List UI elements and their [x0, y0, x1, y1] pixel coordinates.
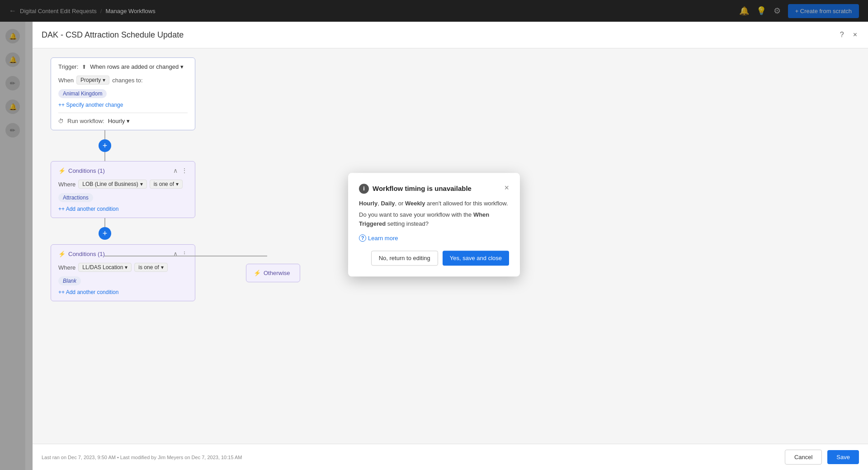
alert-triggered-text: Triggered — [359, 220, 386, 227]
trigger-value-button[interactable]: When rows are added or changed ▾ — [90, 63, 184, 70]
alert-title: Workflow timing is unavailable — [373, 185, 472, 192]
alert-info-icon: i — [359, 184, 369, 194]
connector-2 — [104, 152, 105, 161]
workflow-close-button[interactable]: × — [851, 29, 859, 41]
hourly-button[interactable]: Hourly ▾ — [108, 118, 130, 124]
ll-das-button[interactable]: LL/DAS Location ▾ — [78, 263, 132, 272]
learn-more-label: Learn more — [368, 235, 398, 242]
connector-3 — [104, 218, 105, 227]
clock-icon: ⏱ — [58, 118, 64, 124]
property-dropdown-icon: ▾ — [103, 77, 105, 83]
footer-last-modified-text: Last ran on Dec 7, 2023, 9:50 AM • Last … — [42, 455, 242, 460]
alert-sep2: , or — [395, 200, 405, 207]
workflow-modal-footer: Last ran on Dec 7, 2023, 9:50 AM • Last … — [33, 444, 868, 470]
property-button[interactable]: Property ▾ — [76, 76, 109, 85]
conditions-header-1: ⚡ Conditions (1) ∧ ⋮ — [58, 167, 188, 174]
ll-das-label: LL/DAS Location — [82, 264, 123, 271]
when-row: When Property ▾ changes to: — [58, 76, 188, 85]
is-one-of-label: is one of — [154, 181, 174, 187]
trigger-label: Trigger: — [58, 63, 78, 70]
is-one-of-label-2: is one of — [138, 264, 159, 271]
attractions-tag: Attractions — [58, 193, 93, 202]
lob-dropdown-icon: ▾ — [140, 181, 143, 187]
branch-connector-line — [104, 256, 267, 256]
alert-weekly-text: Weekly — [405, 200, 425, 207]
is-one-of-dropdown-icon: ▾ — [176, 181, 179, 187]
conditions-title-1: ⚡ Conditions (1) — [58, 167, 105, 174]
conditions-more-button-1[interactable]: ⋮ — [181, 167, 188, 174]
run-workflow-label: Run workflow: — [67, 118, 104, 124]
alert-body: Hourly, Daily, or Weekly aren't allowed … — [359, 199, 509, 228]
add-condition-plus-icon-1: + — [58, 206, 61, 212]
cancel-button[interactable]: Cancel — [785, 450, 822, 465]
is-one-of-button[interactable]: is one of ▾ — [150, 180, 183, 189]
conditions-actions-1: ∧ ⋮ — [173, 167, 188, 174]
learn-more-link[interactable]: ? Learn more — [359, 234, 509, 242]
alert-close-button[interactable]: × — [504, 184, 509, 192]
where-row-2: Where LL/DAS Location ▾ is one of ▾ — [58, 263, 188, 272]
specify-change-label: + Specify another change — [61, 102, 123, 108]
alert-daily-text: Daily — [381, 200, 395, 207]
add-condition-plus-icon-2: + — [58, 289, 61, 295]
workflow-modal-header: DAK - CSD Attraction Schedule Update ? × — [33, 22, 868, 48]
alert-dialog: i Workflow timing is unavailable × Hourl… — [348, 173, 520, 277]
is-one-of-button-2[interactable]: is one of ▾ — [134, 263, 167, 272]
trigger-divider — [58, 113, 188, 113]
learn-more-icon: ? — [359, 234, 366, 242]
alert-suffix1: aren't allowed for this workflow. — [425, 200, 508, 207]
specify-another-change-link[interactable]: + + Specify another change — [58, 102, 188, 108]
alert-confirm-button[interactable]: Yes, save and close — [443, 251, 509, 266]
property-label: Property — [80, 77, 101, 83]
workflow-help-button[interactable]: ? — [838, 29, 846, 41]
conditions-title-2: ⚡ Conditions (1) — [58, 251, 105, 257]
workflow-header-actions: ? × — [838, 29, 859, 41]
alert-header: i Workflow timing is unavailable × — [359, 184, 509, 194]
alert-cancel-button[interactable]: No, return to editing — [371, 251, 438, 266]
connector-1 — [104, 130, 105, 139]
changes-to-label: changes to: — [112, 77, 142, 84]
trigger-block: Trigger: ⬆ When rows are added or change… — [51, 57, 195, 130]
add-condition-link-1[interactable]: + + Add another condition — [58, 206, 188, 212]
otherwise-filter-icon: ⚡ — [254, 270, 261, 276]
add-condition-label-2: + Add another condition — [61, 289, 118, 295]
hourly-label: Hourly — [108, 118, 125, 124]
lob-button[interactable]: LOB (Line of Business) ▾ — [78, 180, 146, 189]
alert-hourly-text: Hourly — [359, 200, 377, 207]
add-step-button-2[interactable]: + — [99, 227, 111, 240]
blank-tag: Blank — [58, 276, 81, 285]
ll-das-dropdown-icon: ▾ — [125, 264, 127, 271]
where-label-2: Where — [58, 264, 75, 271]
where-label-1: Where — [58, 181, 75, 188]
hourly-dropdown-icon: ▾ — [127, 118, 130, 124]
conditions-block-1: ⚡ Conditions (1) ∧ ⋮ Where LOB (Line of … — [51, 161, 195, 218]
alert-when-text: When — [473, 211, 489, 218]
workflow-modal-title: DAK - CSD Attraction Schedule Update — [42, 30, 184, 40]
trigger-upload-icon: ⬆ — [82, 64, 86, 70]
otherwise-block: ⚡ Otherwise — [246, 264, 300, 282]
conditions-label-2: Conditions (1) — [68, 251, 105, 257]
alert-title-row: i Workflow timing is unavailable — [359, 184, 472, 194]
conditions-filter-icon-2: ⚡ — [58, 251, 66, 257]
add-step-button-1[interactable]: + — [99, 139, 111, 152]
conditions-filter-icon-1: ⚡ — [58, 167, 66, 174]
is-one-of-dropdown-icon-2: ▾ — [161, 264, 164, 271]
trigger-dropdown-icon: ▾ — [180, 63, 184, 70]
conditions-label-1: Conditions (1) — [68, 167, 105, 174]
alert-buttons: No, return to editing Yes, save and clos… — [359, 251, 509, 266]
trigger-value-text: When rows are added or changed — [90, 63, 179, 70]
alert-line2-prefix: Do you want to save your workflow with t… — [359, 211, 473, 218]
animal-kingdom-tag: Animal Kingdom — [58, 89, 107, 98]
specify-change-plus-icon: + — [58, 102, 61, 108]
save-button[interactable]: Save — [827, 450, 859, 464]
lob-label: LOB (Line of Business) — [82, 181, 138, 187]
alert-suffix2: setting instead? — [386, 220, 429, 227]
when-label: When — [58, 77, 74, 84]
otherwise-label: Otherwise — [264, 270, 290, 276]
run-row: ⏱ Run workflow: Hourly ▾ — [58, 118, 188, 124]
add-condition-label-1: + Add another condition — [61, 206, 118, 212]
conditions-block-2: ⚡ Conditions (1) ∧ ⋮ Where LL/DAS Locati… — [51, 244, 195, 301]
where-row-1: Where LOB (Line of Business) ▾ is one of… — [58, 180, 188, 189]
conditions-expand-button-1[interactable]: ∧ — [173, 167, 178, 174]
add-condition-link-2[interactable]: + + Add another condition — [58, 289, 188, 295]
trigger-header: Trigger: ⬆ When rows are added or change… — [58, 63, 188, 70]
